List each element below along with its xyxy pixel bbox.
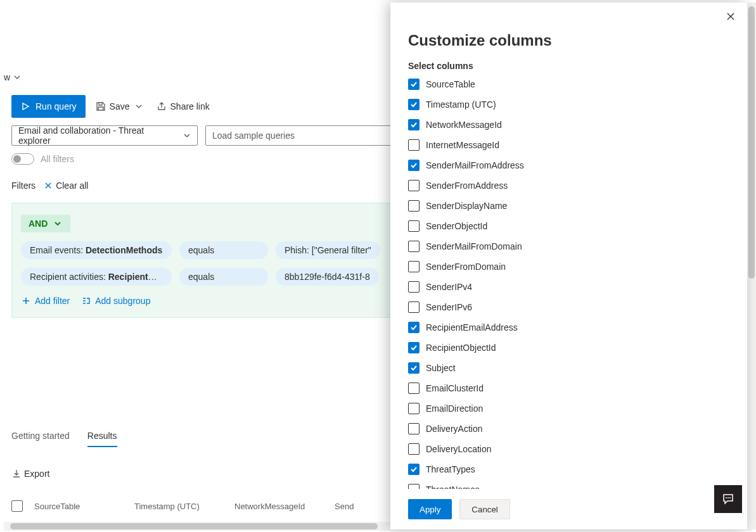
clear-all-button[interactable]: Clear all (43, 180, 88, 191)
checkbox-label: ThreatNames (426, 484, 480, 489)
run-query-button[interactable]: Run query (11, 95, 86, 118)
column-checkbox-row[interactable]: EmailClusterId (408, 381, 729, 395)
scrollbar-thumb[interactable] (10, 523, 378, 529)
filter-value-pill[interactable]: Phish: ["General filter" (276, 241, 380, 259)
tab-getting-started[interactable]: Getting started (11, 431, 70, 447)
checkbox[interactable] (408, 241, 420, 252)
scrollbar-thumb[interactable] (748, 6, 755, 279)
filter-field-pill[interactable]: Recipient activities: RecipientObj... (21, 268, 172, 286)
column-checkbox-row[interactable]: EmailDirection (408, 402, 729, 415)
subgroup-icon (81, 296, 91, 306)
column-checkbox-row[interactable]: DeliveryAction (408, 422, 729, 436)
column-checkbox-row[interactable]: Subject (408, 361, 729, 375)
checkbox[interactable] (408, 180, 420, 191)
column-header[interactable]: NetworkMessageId (234, 502, 323, 511)
checkbox[interactable] (408, 261, 420, 272)
svg-point-1 (727, 497, 729, 498)
column-checkbox-row[interactable]: ThreatTypes (408, 462, 729, 476)
close-icon (43, 180, 53, 191)
tab-results[interactable]: Results (87, 431, 117, 447)
all-filters-toggle[interactable] (11, 153, 34, 165)
filter-value-pill[interactable]: 8bb129fe-f6d4-431f-8 (276, 268, 379, 286)
column-checkbox-row[interactable]: SenderDisplayName (408, 199, 729, 213)
cancel-button[interactable]: Cancel (459, 499, 510, 519)
export-label: Export (24, 469, 49, 479)
filter-operator-pill[interactable]: equals (179, 268, 268, 286)
page-scrollbar-vertical[interactable] (747, 3, 756, 529)
checkbox[interactable] (408, 464, 420, 475)
share-link-button[interactable]: Share link (154, 98, 212, 115)
column-checkbox-row[interactable]: SenderIPv6 (408, 300, 729, 314)
chat-icon (722, 493, 734, 505)
column-checkbox-row[interactable]: SenderFromDomain (408, 260, 729, 274)
chevron-down-icon (12, 72, 22, 82)
panel-footer: Apply Cancel (390, 489, 747, 529)
play-icon (20, 101, 30, 111)
add-filter-button[interactable]: Add filter (21, 296, 70, 306)
breadcrumb-dropdown[interactable]: w (4, 72, 22, 82)
checkbox[interactable] (408, 322, 420, 333)
checkbox[interactable] (408, 220, 420, 232)
column-checkbox-row[interactable]: SenderIPv4 (408, 280, 729, 294)
column-checkbox-row[interactable]: SenderObjectId (408, 219, 729, 233)
checkbox-label: SenderMailFromAddress (426, 160, 524, 170)
svg-point-2 (729, 497, 731, 498)
checkbox-label: RecipientEmailAddress (426, 322, 518, 332)
filter-operator-pill[interactable]: equals (179, 241, 268, 259)
checkbox[interactable] (408, 484, 420, 489)
checkbox-label: SourceTable (426, 79, 475, 89)
column-checkbox-row[interactable]: SenderFromAddress (408, 179, 729, 193)
checkbox-label: InternetMessageId (426, 140, 499, 150)
checkbox-label: SenderIPv4 (426, 282, 472, 292)
checkbox[interactable] (408, 200, 420, 212)
checkbox[interactable] (408, 301, 420, 313)
chevron-down-icon (182, 130, 192, 141)
panel-subhead: Select columns (408, 61, 729, 71)
checkbox[interactable] (408, 383, 420, 394)
column-checkbox-row[interactable]: NetworkMessageId (408, 118, 729, 132)
checkbox-label: ThreatTypes (426, 464, 475, 474)
checkbox[interactable] (408, 362, 420, 374)
column-header[interactable]: Timestamp (UTC) (134, 502, 223, 511)
checkbox-label: Timestamp (UTC) (426, 99, 496, 110)
download-icon (11, 469, 22, 479)
checkbox-label: Subject (426, 363, 456, 373)
apply-button[interactable]: Apply (408, 499, 452, 519)
add-subgroup-label: Add subgroup (95, 296, 150, 306)
column-checkbox-row[interactable]: RecipientEmailAddress (408, 320, 729, 334)
column-checkbox-row[interactable]: SourceTable (408, 77, 729, 91)
scope-select[interactable]: Email and collaboration - Threat explore… (11, 125, 198, 146)
save-button[interactable]: Save (93, 98, 146, 115)
column-checkbox-row[interactable]: Timestamp (UTC) (408, 98, 729, 111)
checkbox[interactable] (408, 119, 420, 130)
logic-operator-pill[interactable]: AND (21, 215, 70, 232)
checkbox[interactable] (408, 443, 420, 455)
checkbox[interactable] (408, 423, 420, 434)
close-panel-button[interactable] (726, 11, 736, 22)
checkbox[interactable] (408, 160, 420, 171)
share-icon (157, 101, 167, 111)
column-checkbox-row[interactable]: SenderMailFromDomain (408, 239, 729, 253)
checkbox[interactable] (408, 281, 420, 293)
select-all-checkbox[interactable] (11, 500, 23, 512)
checkbox[interactable] (408, 139, 420, 151)
feedback-button[interactable] (714, 485, 742, 513)
checkbox-label: EmailClusterId (426, 383, 484, 393)
checkbox[interactable] (408, 79, 420, 90)
filter-field-pill[interactable]: Email events: DetectionMethods (21, 241, 172, 259)
export-button[interactable]: Export (11, 469, 49, 479)
add-subgroup-button[interactable]: Add subgroup (81, 296, 150, 306)
checkbox-label: RecipientObjectId (426, 343, 496, 353)
checkbox[interactable] (408, 342, 420, 353)
column-checkbox-row[interactable]: ThreatNames (408, 483, 729, 489)
checkbox-label: SenderDisplayName (426, 201, 507, 211)
column-checkbox-row[interactable]: DeliveryLocation (408, 442, 729, 456)
checkbox[interactable] (408, 403, 420, 414)
checkbox[interactable] (408, 99, 420, 110)
column-checkbox-row[interactable]: SenderMailFromAddress (408, 158, 729, 172)
logic-operator-label: AND (29, 218, 48, 229)
column-checkbox-row[interactable]: RecipientObjectId (408, 341, 729, 355)
column-header[interactable]: SourceTable (34, 502, 123, 511)
column-checkbox-row[interactable]: InternetMessageId (408, 138, 729, 152)
add-filter-label: Add filter (35, 296, 70, 306)
